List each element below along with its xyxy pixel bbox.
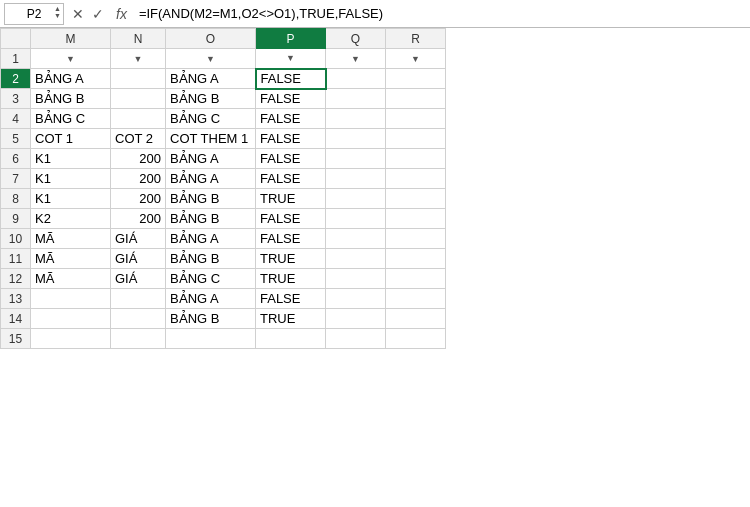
- cell-M-14[interactable]: [31, 309, 111, 329]
- cell-Q-13[interactable]: [326, 289, 386, 309]
- dropdown-arrow-O[interactable]: ▼: [206, 54, 215, 64]
- cell-O-12[interactable]: BẢNG C: [166, 269, 256, 289]
- col-header-R[interactable]: R: [386, 29, 446, 49]
- dropdown-arrow-Q[interactable]: ▼: [351, 54, 360, 64]
- cell-P-7[interactable]: FALSE: [256, 169, 326, 189]
- cell-M-8[interactable]: K1: [31, 189, 111, 209]
- cell-Q-5[interactable]: [326, 129, 386, 149]
- cell-N-5[interactable]: COT 2: [111, 129, 166, 149]
- cell-R-10[interactable]: [386, 229, 446, 249]
- cell-Q-11[interactable]: [326, 249, 386, 269]
- col-header-M[interactable]: M: [31, 29, 111, 49]
- cell-Q-7[interactable]: [326, 169, 386, 189]
- cell-P-4[interactable]: FALSE: [256, 109, 326, 129]
- cell-N-4[interactable]: [111, 109, 166, 129]
- cancel-icon[interactable]: ✕: [72, 6, 84, 22]
- cell-O-9[interactable]: BẢNG B: [166, 209, 256, 229]
- cell-M-1[interactable]: ▼: [31, 49, 111, 69]
- cell-Q-9[interactable]: [326, 209, 386, 229]
- cell-Q-6[interactable]: [326, 149, 386, 169]
- cell-N-14[interactable]: [111, 309, 166, 329]
- formula-input[interactable]: [135, 6, 746, 21]
- row-number-2[interactable]: 2: [1, 69, 31, 89]
- cell-R-1[interactable]: ▼: [386, 49, 446, 69]
- confirm-icon[interactable]: ✓: [92, 6, 104, 22]
- row-number-1[interactable]: 1: [1, 49, 31, 69]
- row-number-5[interactable]: 5: [1, 129, 31, 149]
- cell-O-11[interactable]: BẢNG B: [166, 249, 256, 269]
- dropdown-arrow-N[interactable]: ▼: [134, 54, 143, 64]
- cell-M-6[interactable]: K1: [31, 149, 111, 169]
- cell-M-10[interactable]: MÃ: [31, 229, 111, 249]
- row-number-13[interactable]: 13: [1, 289, 31, 309]
- col-header-O[interactable]: O: [166, 29, 256, 49]
- cell-O-5[interactable]: COT THEM 1: [166, 129, 256, 149]
- cell-P-3[interactable]: FALSE: [256, 89, 326, 109]
- cell-P-6[interactable]: FALSE: [256, 149, 326, 169]
- cell-M-9[interactable]: K2: [31, 209, 111, 229]
- cell-Q-14[interactable]: [326, 309, 386, 329]
- cell-R-8[interactable]: [386, 189, 446, 209]
- row-number-4[interactable]: 4: [1, 109, 31, 129]
- cell-P-10[interactable]: FALSE: [256, 229, 326, 249]
- row-number-9[interactable]: 9: [1, 209, 31, 229]
- cell-R-11[interactable]: [386, 249, 446, 269]
- cell-P-2[interactable]: FALSE: [256, 69, 326, 89]
- cell-M-2[interactable]: BẢNG A: [31, 69, 111, 89]
- cell-R-6[interactable]: [386, 149, 446, 169]
- cell-P-14[interactable]: TRUE: [256, 309, 326, 329]
- cell-N-6[interactable]: 200: [111, 149, 166, 169]
- col-header-Q[interactable]: Q: [326, 29, 386, 49]
- row-number-11[interactable]: 11: [1, 249, 31, 269]
- cell-N-11[interactable]: GIÁ: [111, 249, 166, 269]
- cell-N-8[interactable]: 200: [111, 189, 166, 209]
- cell-O-3[interactable]: BẢNG B: [166, 89, 256, 109]
- cell-N-13[interactable]: [111, 289, 166, 309]
- cell-R-14[interactable]: [386, 309, 446, 329]
- row-number-12[interactable]: 12: [1, 269, 31, 289]
- cell-O-7[interactable]: BẢNG A: [166, 169, 256, 189]
- cell-P-15[interactable]: [256, 329, 326, 349]
- cell-P-13[interactable]: FALSE: [256, 289, 326, 309]
- cell-O-8[interactable]: BẢNG B: [166, 189, 256, 209]
- col-header-P[interactable]: P: [256, 29, 326, 49]
- row-number-8[interactable]: 8: [1, 189, 31, 209]
- cell-P-1[interactable]: ▼: [256, 49, 326, 69]
- cell-R-3[interactable]: [386, 89, 446, 109]
- cell-R-15[interactable]: [386, 329, 446, 349]
- cell-N-12[interactable]: GIÁ: [111, 269, 166, 289]
- cell-N-3[interactable]: [111, 89, 166, 109]
- cell-P-9[interactable]: FALSE: [256, 209, 326, 229]
- cell-O-6[interactable]: BẢNG A: [166, 149, 256, 169]
- cell-M-3[interactable]: BẢNG B: [31, 89, 111, 109]
- cell-P-11[interactable]: TRUE: [256, 249, 326, 269]
- cell-N-7[interactable]: 200: [111, 169, 166, 189]
- cell-N-15[interactable]: [111, 329, 166, 349]
- cell-M-15[interactable]: [31, 329, 111, 349]
- cell-N-2[interactable]: [111, 69, 166, 89]
- cell-M-12[interactable]: MÃ: [31, 269, 111, 289]
- cell-P-5[interactable]: FALSE: [256, 129, 326, 149]
- cell-Q-10[interactable]: [326, 229, 386, 249]
- cell-R-12[interactable]: [386, 269, 446, 289]
- cell-Q-4[interactable]: [326, 109, 386, 129]
- cell-O-10[interactable]: BẢNG A: [166, 229, 256, 249]
- cell-R-2[interactable]: [386, 69, 446, 89]
- cell-Q-15[interactable]: [326, 329, 386, 349]
- cell-Q-8[interactable]: [326, 189, 386, 209]
- cell-M-11[interactable]: MÃ: [31, 249, 111, 269]
- cell-R-9[interactable]: [386, 209, 446, 229]
- row-number-15[interactable]: 15: [1, 329, 31, 349]
- cell-Q-2[interactable]: [326, 69, 386, 89]
- row-number-10[interactable]: 10: [1, 229, 31, 249]
- cell-P-8[interactable]: TRUE: [256, 189, 326, 209]
- cell-O-14[interactable]: BẢNG B: [166, 309, 256, 329]
- cell-N-1[interactable]: ▼: [111, 49, 166, 69]
- cell-M-7[interactable]: K1: [31, 169, 111, 189]
- cell-P-12[interactable]: TRUE: [256, 269, 326, 289]
- cell-O-2[interactable]: BẢNG A: [166, 69, 256, 89]
- cell-R-5[interactable]: [386, 129, 446, 149]
- cell-Q-1[interactable]: ▼: [326, 49, 386, 69]
- row-number-3[interactable]: 3: [1, 89, 31, 109]
- cell-M-4[interactable]: BẢNG C: [31, 109, 111, 129]
